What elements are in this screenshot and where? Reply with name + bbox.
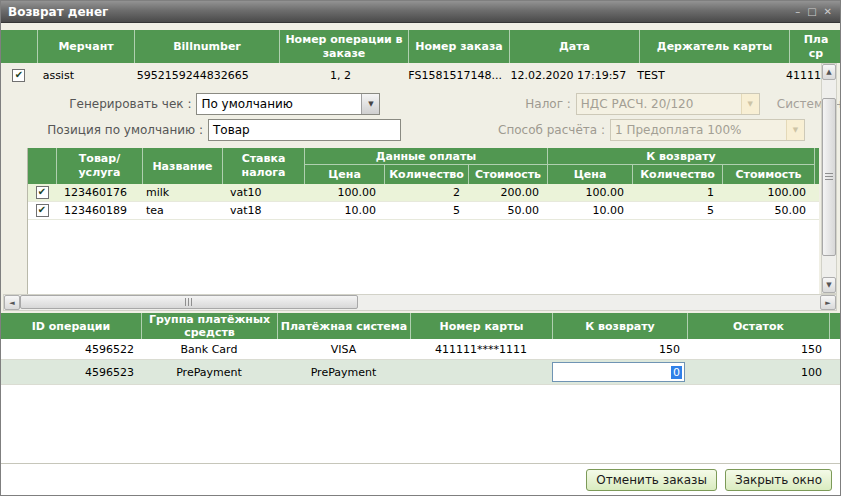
order-col-payment-means: Пла ср — [789, 30, 841, 63]
payment-system: PrePayment — [277, 360, 410, 384]
order-row-order-number: FS1581517148... — [404, 63, 504, 87]
calc-method-select: 1 Предоплата 100% ▼ — [610, 119, 805, 141]
scroll-up-button[interactable]: ▲ — [822, 64, 836, 80]
item-pay-price: 10.00 — [304, 202, 384, 219]
payment-card: 411111****1111 — [410, 339, 552, 359]
default-position-input[interactable]: Товар — [208, 119, 401, 141]
form-row-position: Позиция по умолчанию : Товар Способ расч… — [1, 118, 841, 141]
item-pay-quantity: 5 — [384, 202, 468, 219]
chevron-down-icon[interactable]: ▼ — [361, 94, 379, 114]
horizontal-scrollbar-thumb[interactable] — [20, 295, 358, 309]
items-grid-header: Товар/ услуга Название Ставка налога Дан… — [28, 148, 819, 184]
payment-row-filler — [829, 360, 841, 384]
item-checkbox[interactable]: ✔ — [36, 186, 49, 199]
order-row-operation-number: 1, 2 — [277, 63, 405, 87]
order-col-order-number: Номер заказа — [408, 30, 509, 63]
order-row-merchant: assist — [37, 63, 133, 87]
payment-system: VISA — [277, 339, 410, 359]
order-row[interactable]: ✔ assist 5952159244832665 1, 2 FS1581517… — [1, 63, 821, 87]
payment-row[interactable]: 4596523 PrePayment PrePayment 0 100 — [1, 360, 841, 385]
items-grid-body-filler — [27, 220, 819, 294]
item-ref-quantity: 5 — [632, 202, 722, 219]
scroll-right-button[interactable]: ► — [820, 295, 836, 310]
window-title: Возврат денег — [1, 5, 108, 19]
vertical-scrollbar[interactable]: ▲ ▼ — [821, 63, 837, 294]
payments-col-refund: К возврату — [552, 313, 687, 339]
scroll-left-button[interactable]: ◄ — [4, 295, 20, 310]
items-col-pay-price: Цена — [304, 165, 384, 184]
item-row[interactable]: ✔ 123460176 milk vat10 100.00 2 200.00 1… — [28, 184, 819, 202]
check-icon: ✔ — [15, 70, 23, 80]
payments-col-group: Группа платёжных средств — [141, 313, 277, 339]
payment-row-filler — [829, 339, 841, 359]
generate-receipt-value: По умолчанию — [197, 97, 361, 111]
item-checkbox-cell: ✔ — [28, 184, 56, 201]
payments-grid: ID операции Группа платёжных средств Пла… — [1, 313, 841, 463]
scroll-down-button[interactable]: ▼ — [822, 277, 836, 293]
maximize-icon[interactable]: □ — [807, 7, 816, 17]
payments-col-card: Номер карты — [410, 313, 552, 339]
item-pay-quantity: 2 — [384, 184, 468, 201]
item-row[interactable]: ✔ 123460189 tea vat18 10.00 5 50.00 10.0… — [28, 202, 819, 220]
calc-method-label: Способ расчёта : — [401, 123, 605, 137]
order-grid-header: Мерчант Billnumber Номер операции в зака… — [1, 30, 841, 63]
item-name: tea — [142, 202, 222, 219]
titlebar[interactable]: Возврат денег – □ ✕ — [1, 1, 840, 23]
payment-rest: 150 — [687, 339, 829, 359]
item-tax-rate: vat18 — [222, 202, 304, 219]
order-row-cardholder: TEST — [633, 63, 782, 87]
order-row-payment-means: 41111 — [782, 63, 821, 87]
payment-row[interactable]: 4596522 Bank Card VISA 411111****1111 15… — [1, 339, 841, 360]
payments-header-filler — [829, 313, 841, 339]
close-window-button[interactable]: Закрыть окно — [725, 469, 832, 491]
items-header-filler — [814, 148, 819, 184]
item-checkbox-cell: ✔ — [28, 202, 56, 219]
payments-grid-header: ID операции Группа платёжных средств Пла… — [1, 313, 841, 339]
payment-op-id: 4596523 — [1, 360, 141, 384]
vertical-scrollbar-thumb[interactable] — [822, 98, 836, 256]
items-col-pay-cost: Стоимость — [468, 165, 547, 184]
payment-group-title: Данные оплаты — [304, 148, 547, 165]
items-col-ref-quantity: Количество — [632, 165, 722, 184]
item-pay-cost: 50.00 — [468, 202, 547, 219]
thumb-grip-icon — [185, 298, 193, 306]
order-row-checkbox[interactable]: ✔ — [12, 69, 25, 82]
horizontal-scrollbar[interactable]: ◄ ► — [3, 294, 837, 311]
refund-dialog: Возврат денег – □ ✕ Мерчант Billnumber Н… — [0, 0, 841, 496]
cancel-orders-button[interactable]: Отменить заказы — [586, 469, 717, 491]
form-row-receipt: Генерировать чек : По умолчанию ▼ Налог … — [1, 92, 841, 115]
item-ref-quantity: 1 — [632, 184, 722, 201]
items-col-checkbox — [28, 148, 56, 184]
scroll-right-icon: ► — [825, 299, 830, 307]
check-icon: ✔ — [38, 205, 46, 215]
dialog-footer: Отменить заказы Закрыть окно — [1, 463, 841, 496]
refund-amount-selected-text: 0 — [671, 366, 682, 379]
item-tax-rate: vat10 — [222, 184, 304, 201]
payment-refund-cell: 0 — [552, 360, 687, 384]
item-checkbox[interactable]: ✔ — [36, 204, 49, 217]
payment-card — [410, 360, 552, 384]
payment-op-id: 4596522 — [1, 339, 141, 359]
items-group-payment: Данные оплаты Цена Количество Стоимость — [304, 148, 547, 184]
chevron-down-icon: ▼ — [786, 120, 804, 140]
minimize-icon[interactable]: – — [795, 7, 800, 17]
item-pay-price: 100.00 — [304, 184, 384, 201]
vertical-scrollbar-track[interactable] — [822, 80, 836, 277]
items-col-pay-quantity: Количество — [384, 165, 468, 184]
chevron-down-icon: ▼ — [741, 94, 759, 114]
scroll-down-icon: ▼ — [826, 281, 831, 289]
item-ref-cost: 50.00 — [722, 202, 814, 219]
close-icon[interactable]: ✕ — [824, 7, 832, 17]
horizontal-scrollbar-track[interactable] — [20, 295, 820, 310]
order-col-operation-number: Номер операции в заказе — [279, 30, 408, 63]
item-pay-cost: 200.00 — [468, 184, 547, 201]
order-col-billnumber: Billnumber — [134, 30, 279, 63]
generate-receipt-select[interactable]: По умолчанию ▼ — [196, 93, 380, 115]
order-col-checkbox — [1, 30, 37, 63]
calc-method-value: 1 Предоплата 100% — [611, 123, 786, 137]
payment-group: Bank Card — [141, 339, 277, 359]
order-col-date: Дата — [509, 30, 639, 63]
refund-amount-input[interactable]: 0 — [552, 362, 685, 382]
items-group-refund: К возврату Цена Количество Стоимость — [547, 148, 814, 184]
items-col-product: Товар/ услуга — [56, 148, 142, 184]
